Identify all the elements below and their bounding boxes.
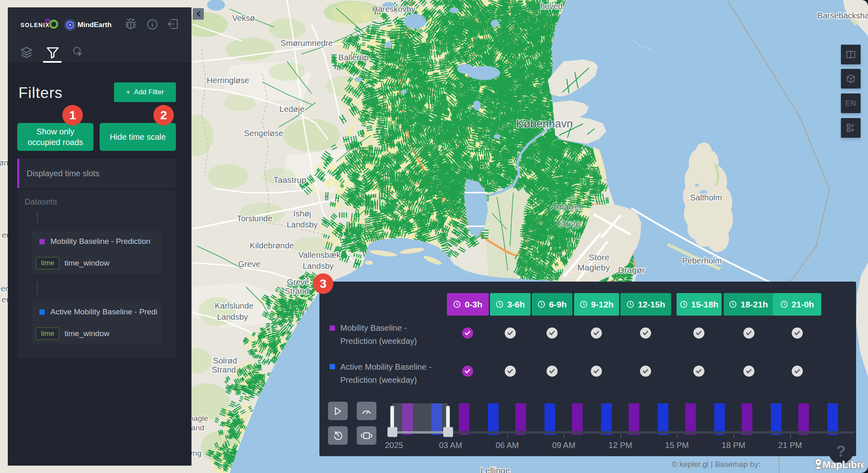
svg-text:Ballerup: Ballerup (338, 53, 368, 62)
svg-text:Strand: Strand (212, 365, 236, 374)
svg-text:MapLibre: MapLibre (822, 459, 864, 470)
svg-text:Tårnby: Tårnby (556, 219, 582, 228)
svg-text:Sengeløse: Sengeløse (244, 129, 283, 138)
svg-text:Hareskovby: Hareskovby (372, 5, 415, 14)
svg-text:Torslunde: Torslunde (237, 214, 273, 223)
svg-text:Greve: Greve (238, 259, 260, 268)
svg-text:Landsby: Landsby (303, 262, 334, 271)
svg-text:Herringløse: Herringløse (207, 76, 249, 85)
svg-text:Landsby: Landsby (287, 220, 318, 229)
svg-text:Store: Store (589, 252, 609, 262)
svg-text:Kildebrønde: Kildebrønde (250, 241, 294, 250)
svg-text:Peberholm: Peberholm (682, 256, 722, 265)
svg-text:Ishøj: Ishøj (293, 209, 311, 218)
svg-text:Amager: Amager (550, 202, 582, 212)
svg-text:Smørumnedre: Smørumnedre (280, 39, 333, 48)
svg-text:Greve: Greve (287, 277, 309, 287)
svg-text:Solrød: Solrød (213, 356, 237, 365)
svg-text:Barsebäcksham: Barsebäcksham (817, 11, 868, 20)
svg-text:Veksø: Veksø (232, 14, 255, 23)
svg-text:Strand: Strand (285, 287, 309, 296)
svg-text:Taastrup: Taastrup (273, 175, 307, 184)
svg-text:Karlslunde: Karlslunde (215, 301, 254, 310)
svg-text:Magleby: Magleby (577, 263, 610, 272)
svg-text:Ledøje: Ledøje (279, 105, 304, 114)
svg-text:København: København (516, 118, 573, 130)
svg-text:Lellinge: Lellinge (481, 466, 510, 473)
svg-text:Saltholm: Saltholm (690, 193, 722, 202)
svg-text:Dragør: Dragør (618, 265, 645, 275)
svg-text:Vallensbæk: Vallensbæk (298, 250, 341, 259)
svg-text:hoved: hoved (540, 2, 563, 11)
svg-text:Landsby: Landsby (217, 312, 248, 321)
